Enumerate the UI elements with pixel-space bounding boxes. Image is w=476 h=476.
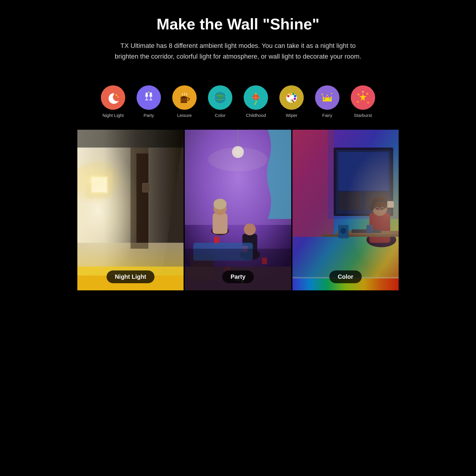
svg-rect-60 bbox=[143, 183, 150, 192]
night-light-label: Night Light bbox=[102, 113, 124, 118]
svg-rect-116 bbox=[292, 130, 399, 290]
svg-marker-45 bbox=[366, 93, 369, 95]
fairy-icon bbox=[315, 85, 339, 110]
color-icon bbox=[208, 85, 232, 110]
mode-party[interactable]: Party bbox=[131, 85, 167, 118]
mode-leisure[interactable]: Leisure bbox=[167, 85, 202, 118]
night-light-icon bbox=[101, 85, 125, 110]
svg-point-39 bbox=[324, 98, 325, 100]
svg-marker-1 bbox=[117, 96, 119, 98]
party-icon bbox=[137, 85, 161, 110]
photos-section: Night Light bbox=[77, 130, 399, 290]
starburst-label: Starburst bbox=[354, 113, 372, 118]
svg-point-19 bbox=[220, 94, 223, 99]
color-label: Color bbox=[215, 113, 226, 118]
party-photo-label: Party bbox=[222, 270, 254, 283]
photo-card-night-light: Night Light bbox=[77, 130, 184, 290]
mode-fairy[interactable]: Fairy bbox=[309, 85, 345, 118]
mode-wiper[interactable]: Wiper bbox=[274, 85, 309, 118]
photo-card-color: Color bbox=[292, 130, 399, 290]
svg-point-9 bbox=[147, 93, 147, 94]
svg-marker-41 bbox=[321, 93, 323, 95]
night-light-photo-label: Night Light bbox=[107, 270, 155, 283]
svg-point-31 bbox=[292, 93, 295, 95]
photo-card-party: Party bbox=[185, 130, 291, 290]
svg-rect-5 bbox=[151, 97, 151, 100]
svg-point-30 bbox=[289, 93, 292, 95]
svg-rect-88 bbox=[185, 130, 291, 290]
fairy-label: Fairy bbox=[322, 113, 332, 118]
mode-starburst[interactable]: Starburst bbox=[345, 85, 381, 118]
color-photo-label: Color bbox=[329, 270, 361, 283]
svg-rect-37 bbox=[323, 100, 332, 101]
modes-row: Night Light bbox=[77, 85, 399, 130]
svg-point-8 bbox=[146, 94, 147, 95]
svg-point-32 bbox=[294, 95, 296, 97]
starburst-icon bbox=[351, 85, 375, 110]
top-section: Make the Wall "Shine" TX Ultimate has 8 … bbox=[77, 0, 399, 85]
svg-marker-48 bbox=[362, 91, 364, 93]
svg-rect-6 bbox=[145, 100, 148, 100]
svg-marker-43 bbox=[359, 93, 367, 101]
svg-marker-0 bbox=[115, 94, 118, 96]
main-title: Make the Wall "Shine" bbox=[95, 15, 381, 33]
svg-point-40 bbox=[330, 98, 331, 100]
svg-rect-4 bbox=[146, 97, 147, 100]
childhood-label: Childhood bbox=[246, 113, 266, 118]
svg-point-16 bbox=[181, 96, 187, 98]
svg-point-29 bbox=[287, 95, 289, 97]
page-wrapper: Make the Wall "Shine" TX Ultimate has 8 … bbox=[77, 0, 399, 290]
svg-marker-46 bbox=[357, 101, 359, 103]
svg-rect-15 bbox=[181, 102, 187, 103]
wiper-icon bbox=[279, 85, 304, 110]
mode-night-light[interactable]: Night Light bbox=[95, 85, 131, 118]
mode-childhood[interactable]: Childhood bbox=[238, 85, 274, 118]
svg-marker-47 bbox=[367, 101, 369, 104]
wiper-label: Wiper bbox=[286, 113, 297, 118]
svg-rect-59 bbox=[137, 154, 148, 243]
svg-point-38 bbox=[326, 96, 328, 98]
leisure-label: Leisure bbox=[177, 113, 192, 118]
svg-marker-42 bbox=[331, 93, 333, 94]
svg-rect-63 bbox=[77, 130, 184, 148]
svg-point-11 bbox=[151, 93, 152, 94]
svg-point-10 bbox=[150, 94, 151, 95]
leisure-icon bbox=[172, 85, 197, 110]
svg-marker-2 bbox=[145, 93, 148, 97]
svg-rect-7 bbox=[149, 100, 152, 100]
party-label: Party bbox=[143, 113, 154, 118]
svg-point-33 bbox=[294, 98, 296, 100]
mode-color[interactable]: Color bbox=[202, 85, 238, 118]
svg-marker-44 bbox=[357, 93, 360, 95]
childhood-icon bbox=[244, 85, 268, 110]
subtitle: TX Ultimate has 8 different ambient ligh… bbox=[110, 40, 366, 61]
